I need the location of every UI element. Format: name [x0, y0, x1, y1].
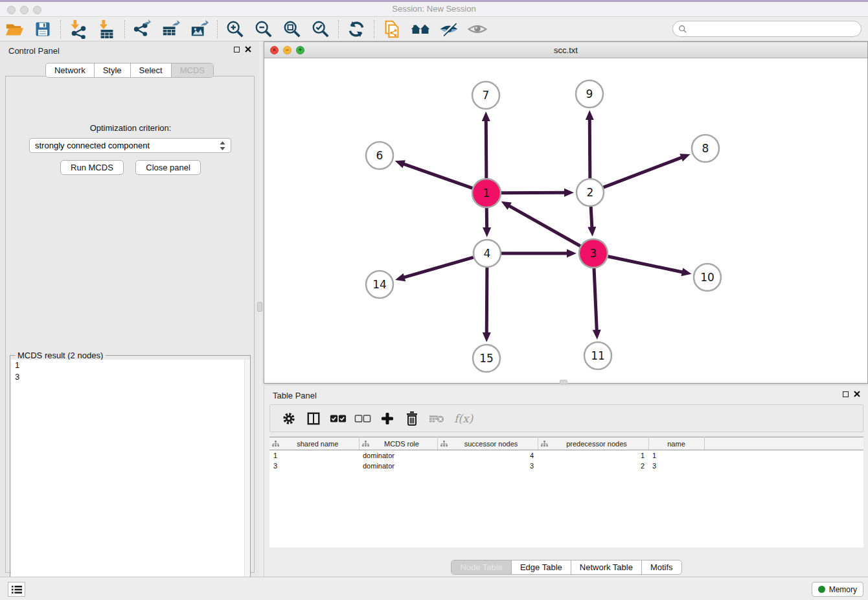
export-table-button[interactable] [159, 19, 183, 40]
close-table-panel-icon[interactable] [854, 391, 860, 397]
criterion-value: strongly connected component [35, 141, 220, 150]
result-scrollbar[interactable] [244, 360, 250, 600]
close-panel-icon[interactable] [245, 46, 251, 52]
minimize-window-icon[interactable] [20, 6, 29, 14]
node-table[interactable]: shared nameMCDS rolesuccessor nodesprede… [269, 437, 863, 548]
import-network-button[interactable] [67, 19, 90, 40]
export-image-button[interactable] [188, 19, 211, 40]
column-header[interactable]: MCDS role [359, 437, 437, 450]
tab-mcds[interactable]: MCDS [171, 63, 213, 77]
zoom-window-icon[interactable] [33, 6, 41, 14]
graph-node-label: 2 [587, 186, 594, 199]
result-item[interactable]: 1 [11, 360, 250, 371]
save-floppy-icon [34, 20, 52, 38]
table-cell[interactable]: 2 [538, 461, 648, 471]
column-header-filler [704, 437, 863, 450]
delete-table-button[interactable] [428, 410, 445, 427]
network-graph-canvas[interactable]: 7968124314101511 [264, 58, 867, 383]
graph-edge[interactable] [486, 120, 486, 178]
column-type-icon [362, 441, 369, 447]
table-cell[interactable]: 1 [648, 450, 704, 461]
tab-style[interactable]: Style [94, 63, 130, 77]
column-header[interactable]: name [648, 437, 704, 450]
close-panel-button[interactable]: Close panel [135, 160, 201, 175]
table-row[interactable]: 3dominator323 [269, 461, 863, 471]
zoom-in-button[interactable] [223, 19, 247, 40]
tab-select[interactable]: Select [130, 63, 171, 77]
graph-edge[interactable] [594, 268, 597, 331]
copy-network-button[interactable] [380, 19, 404, 40]
tab-motifs[interactable]: Motifs [641, 560, 681, 574]
export-network-button[interactable] [131, 19, 154, 40]
mcds-result-list[interactable]: 13 [11, 360, 250, 600]
graph-edge[interactable] [501, 192, 565, 193]
close-network-icon[interactable]: × [270, 46, 279, 54]
graph-edge[interactable] [591, 207, 592, 228]
deselect-all-rows-button[interactable] [354, 410, 371, 427]
tab-node-table[interactable]: Node Table [451, 560, 511, 574]
graph-edge[interactable] [589, 119, 590, 178]
minimize-network-icon[interactable]: − [283, 46, 291, 54]
close-window-icon[interactable] [7, 6, 16, 14]
graph-edge[interactable] [508, 205, 580, 246]
open-session-button[interactable] [3, 19, 26, 40]
tab-network-table[interactable]: Network Table [571, 560, 641, 574]
column-header[interactable]: shared name [269, 437, 359, 450]
mcds-tab-content: Optimization criterion: strongly connect… [5, 76, 255, 573]
checked-boxes-icon [330, 413, 347, 424]
main-toolbar [0, 17, 868, 41]
edge-arrowhead-icon [482, 111, 490, 121]
task-history-button[interactable] [8, 582, 25, 597]
network-view-window: × − + scc.txt 7968124314101511 [264, 41, 868, 384]
zoom-fit-button[interactable] [280, 19, 304, 40]
table-cell[interactable]: 4 [437, 450, 538, 461]
zoom-selected-button[interactable] [309, 19, 332, 40]
table-cell[interactable]: 3 [648, 461, 704, 471]
search-input[interactable] [690, 23, 861, 36]
column-header[interactable]: successor nodes [437, 437, 538, 450]
add-column-button[interactable] [379, 410, 396, 427]
tab-network[interactable]: Network [46, 63, 94, 77]
show-all-button[interactable] [466, 19, 489, 40]
graph-edge[interactable] [404, 257, 474, 277]
memory-button[interactable]: Memory [812, 582, 863, 597]
maximize-network-icon[interactable]: + [296, 46, 304, 54]
graph-edge[interactable] [403, 164, 472, 189]
table-cell[interactable]: 3 [269, 461, 359, 471]
run-mcds-button[interactable]: Run MCDS [60, 160, 124, 175]
table-cell[interactable]: 1 [538, 450, 648, 461]
float-table-panel-icon[interactable] [843, 391, 849, 397]
table-row[interactable]: 1dominator411 [269, 450, 863, 461]
zoom-out-button[interactable] [252, 19, 275, 40]
save-session-button[interactable] [31, 19, 54, 40]
home-layout-button[interactable] [409, 19, 432, 40]
table-cell[interactable]: 3 [437, 461, 538, 471]
graph-edge[interactable] [608, 257, 683, 272]
import-table-button[interactable] [95, 19, 119, 40]
criterion-dropdown[interactable]: strongly connected component [29, 138, 231, 153]
column-header[interactable]: predecessor nodes [538, 437, 648, 450]
select-all-rows-button[interactable] [330, 410, 347, 427]
result-item[interactable]: 3 [11, 371, 250, 383]
column-view-button[interactable] [305, 410, 322, 427]
column-header-label: successor nodes [448, 440, 535, 448]
graph-node-label: 8 [702, 142, 709, 155]
horizontal-splitter-grip[interactable] [560, 380, 567, 384]
tab-edge-table[interactable]: Edge Table [511, 560, 571, 574]
hide-selected-button[interactable] [437, 19, 461, 40]
search-field[interactable] [672, 21, 862, 37]
settings-gear-button[interactable] [280, 410, 297, 427]
refresh-button[interactable] [345, 19, 368, 40]
network-graph[interactable]: 7968124314101511 [264, 58, 867, 383]
vertical-splitter-grip[interactable] [257, 302, 262, 312]
delete-column-button[interactable] [404, 410, 420, 427]
network-window-titlebar[interactable]: × − + scc.txt [264, 42, 867, 58]
table-cell[interactable]: dominator [359, 450, 437, 461]
float-panel-icon[interactable] [234, 47, 240, 52]
function-builder-button[interactable]: f(x) [454, 412, 473, 425]
graph-edge[interactable] [486, 268, 487, 334]
delete-table-icon [429, 413, 444, 424]
table-cell[interactable]: dominator [359, 461, 437, 471]
graph-edge[interactable] [604, 157, 683, 188]
table-cell[interactable]: 1 [269, 450, 359, 461]
